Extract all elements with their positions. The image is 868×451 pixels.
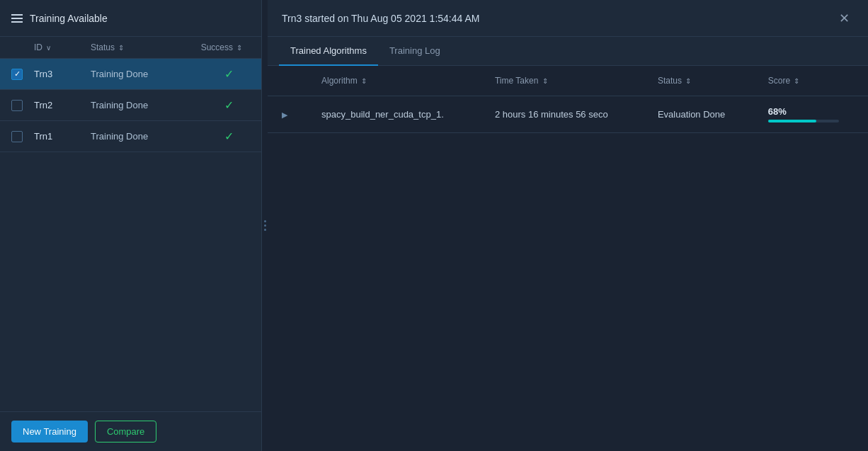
row-id: Trn3 xyxy=(34,69,91,79)
table-row[interactable]: Trn1 Training Done ✓ xyxy=(0,121,261,152)
algorithm-sort-icon: ⇕ xyxy=(361,77,367,85)
col-time-taken[interactable]: Time Taken ⇕ xyxy=(481,66,644,96)
left-panel: Training Available ID ∨ Status ⇕ Success… xyxy=(0,0,262,451)
score-bar-fill xyxy=(768,120,816,122)
tab-trained-algorithms[interactable]: Trained Algorithms xyxy=(279,37,378,66)
right-header: Trn3 started on Thu Aug 05 2021 1:54:44 … xyxy=(268,0,868,37)
left-header: Training Available xyxy=(0,0,261,37)
row-checkbox-trn1[interactable] xyxy=(11,131,23,142)
score-value: 68% xyxy=(768,106,854,117)
expand-cell[interactable]: ▶ xyxy=(268,96,307,133)
training-list: Trn3 Training Done ✓ Trn2 Training Done … xyxy=(0,59,261,411)
status-cell: Evaluation Done xyxy=(644,96,754,133)
left-panel-title: Training Available xyxy=(30,13,108,24)
row-status: Training Done xyxy=(91,100,207,110)
detail-title: Trn3 started on Thu Aug 05 2021 1:54:44 … xyxy=(282,13,479,24)
tab-training-log[interactable]: Training Log xyxy=(378,37,452,66)
success-check-icon: ✓ xyxy=(224,130,234,142)
content-area: Algorithm ⇕ Time Taken ⇕ Status ⇕ Score … xyxy=(268,66,868,451)
column-id[interactable]: ID ∨ xyxy=(34,42,91,52)
row-checkbox-trn3[interactable] xyxy=(11,69,23,80)
row-id: Trn2 xyxy=(34,100,91,110)
expand-col-header xyxy=(268,66,307,96)
menu-icon[interactable] xyxy=(11,14,23,23)
time-sort-icon: ⇕ xyxy=(542,77,548,85)
algo-status-sort-icon: ⇕ xyxy=(685,77,691,85)
row-success: ✓ xyxy=(207,98,250,112)
time-taken-cell: 2 hours 16 minutes 56 seco xyxy=(481,96,644,133)
success-check-icon: ✓ xyxy=(224,68,234,80)
tab-bar: Trained Algorithms Training Log xyxy=(268,37,868,66)
column-success[interactable]: Success ⇕ xyxy=(193,42,250,52)
close-button[interactable]: ✕ xyxy=(835,9,854,28)
right-panel: Trn3 started on Thu Aug 05 2021 1:54:44 … xyxy=(268,0,868,451)
panel-divider[interactable] xyxy=(262,0,268,451)
table-row[interactable]: ▶ spacy_build_ner_cuda_tcp_1. 2 hours 16… xyxy=(268,96,868,133)
divider-dots xyxy=(264,220,266,231)
score-cell: 68% xyxy=(754,96,868,133)
row-success: ✓ xyxy=(207,130,250,143)
success-check-icon: ✓ xyxy=(224,99,234,111)
row-id: Trn1 xyxy=(34,131,91,142)
table-row[interactable]: Trn2 Training Done ✓ xyxy=(0,90,261,121)
col-score[interactable]: Score ⇕ xyxy=(754,66,868,96)
score-container: 68% xyxy=(768,106,854,122)
column-status[interactable]: Status ⇕ xyxy=(91,42,193,52)
algorithm-cell: spacy_build_ner_cuda_tcp_1. xyxy=(307,96,481,133)
row-status: Training Done xyxy=(91,131,207,142)
bottom-bar: New Training Compare xyxy=(0,411,261,451)
algorithms-table-body: ▶ spacy_build_ner_cuda_tcp_1. 2 hours 16… xyxy=(268,96,868,133)
compare-button[interactable]: Compare xyxy=(95,421,156,443)
table-row[interactable]: Trn3 Training Done ✓ xyxy=(0,59,261,90)
table-header-row: Algorithm ⇕ Time Taken ⇕ Status ⇕ Score … xyxy=(268,66,868,96)
algorithms-table: Algorithm ⇕ Time Taken ⇕ Status ⇕ Score … xyxy=(268,66,868,133)
id-sort-icon: ∨ xyxy=(46,44,51,52)
row-expand-icon[interactable]: ▶ xyxy=(282,110,287,119)
col-algorithm[interactable]: Algorithm ⇕ xyxy=(307,66,481,96)
success-sort-icon: ⇕ xyxy=(236,44,242,52)
row-status: Training Done xyxy=(91,69,207,79)
row-success: ✓ xyxy=(207,67,250,81)
status-sort-icon: ⇕ xyxy=(118,44,124,52)
col-status[interactable]: Status ⇕ xyxy=(644,66,754,96)
score-sort-icon: ⇕ xyxy=(794,77,799,85)
new-training-button[interactable]: New Training xyxy=(11,421,88,443)
row-checkbox-trn2[interactable] xyxy=(11,100,23,111)
table-header: ID ∨ Status ⇕ Success ⇕ xyxy=(0,37,261,59)
score-bar-background xyxy=(768,120,839,122)
